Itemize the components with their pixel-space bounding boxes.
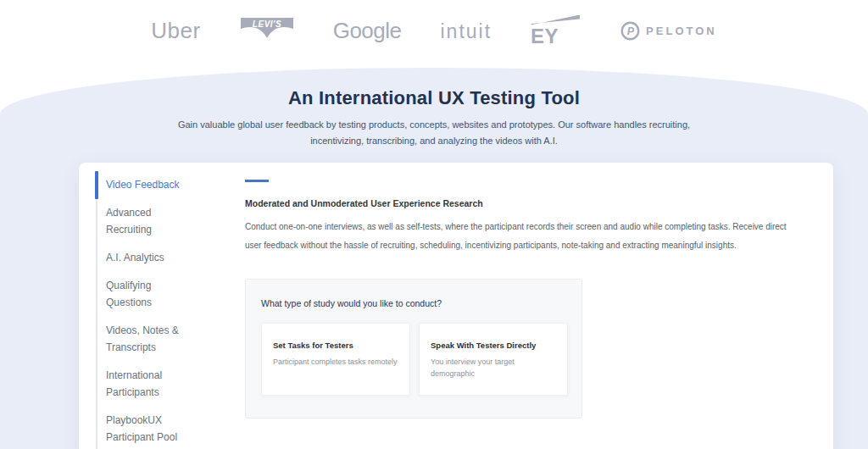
client-logo-strip: Uber LEVI'S Google intuit EY P PELOTON <box>0 0 868 61</box>
sidebar-item-international-participants[interactable]: International Participants <box>96 367 196 401</box>
option-title: Set Tasks for Testers <box>273 341 398 350</box>
feature-sidebar: Video Feedback Advanced Recruiting A.I. … <box>79 163 245 449</box>
study-type-panel: What type of study would you like to con… <box>245 279 582 419</box>
uber-logo: Uber <box>151 18 200 44</box>
option-description: Participant completes tasks remotely <box>273 356 398 368</box>
ey-logo: EY <box>531 15 581 47</box>
levis-logo: LEVI'S <box>240 17 294 44</box>
levis-logo-text: LEVI'S <box>253 19 281 29</box>
peloton-circle-p-icon: P <box>620 21 640 41</box>
feature-panel-card: Video Feedback Advanced Recruiting A.I. … <box>79 163 833 449</box>
study-type-options: Set Tasks for Testers Participant comple… <box>261 323 568 396</box>
ey-beam-icon <box>531 15 580 25</box>
sidebar-item-advanced-recruiting[interactable]: Advanced Recruiting <box>96 204 196 238</box>
sidebar-item-video-feedback[interactable]: Video Feedback <box>96 176 196 193</box>
page-subtitle: Gain valuable global user feedback by te… <box>163 117 705 149</box>
sidebar-item-ai-analytics[interactable]: A.I. Analytics <box>96 249 196 266</box>
accent-dash <box>245 180 269 182</box>
option-description: You interview your target demographic <box>431 356 556 380</box>
page-title: An International UX Testing Tool <box>0 87 868 109</box>
intuit-logo: intuit <box>441 20 492 43</box>
option-set-tasks-for-testers[interactable]: Set Tasks for Testers Participant comple… <box>261 323 410 396</box>
tab-content-video-feedback: Moderated and Unmoderated User Experienc… <box>245 163 833 449</box>
svg-text:P: P <box>627 25 635 36</box>
content-body-text: Conduct one-on-one interviews, as well a… <box>245 218 794 254</box>
peloton-logo: P PELOTON <box>620 21 717 41</box>
option-speak-with-testers-directly[interactable]: Speak With Testers Directly You intervie… <box>419 323 568 396</box>
sidebar-item-videos-notes-transcripts[interactable]: Videos, Notes & Transcripts <box>96 322 196 356</box>
option-title: Speak With Testers Directly <box>431 341 556 350</box>
sidebar-item-qualifying-questions[interactable]: Qualifying Questions <box>96 277 196 311</box>
peloton-logo-text: PELOTON <box>646 25 717 37</box>
google-logo: Google <box>333 18 402 44</box>
content-heading: Moderated and Unmoderated User Experienc… <box>245 198 794 208</box>
study-type-question: What type of study would you like to con… <box>261 298 568 308</box>
sidebar-item-playbookux-participant-pool[interactable]: PlaybookUX Participant Pool <box>96 412 196 446</box>
ey-logo-text: EY <box>531 26 559 47</box>
